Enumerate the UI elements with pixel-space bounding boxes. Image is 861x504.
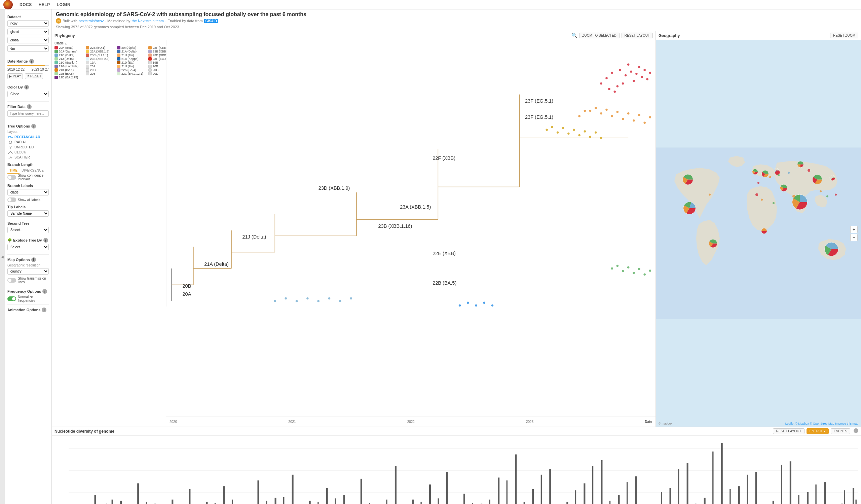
legend-item-label: 21C (Epsilon) [59, 61, 77, 64]
play-reset-controls: ▶ PLAY ↺ RESET [8, 73, 49, 79]
entropy-tab-btn[interactable]: ENTROPY [807, 428, 829, 434]
svg-rect-183 [112, 500, 113, 504]
reset-button[interactable]: ↺ RESET [25, 73, 43, 79]
date-label-2023: 2023 [526, 420, 533, 424]
svg-point-52 [600, 82, 602, 84]
zoom-to-selected-btn[interactable]: ZOOM TO SELECTED [579, 33, 619, 38]
divergence-tab[interactable]: DIVERGENCE [19, 168, 46, 174]
legend-item-label: 21H (Mu) [121, 65, 134, 68]
clock-icon [8, 151, 13, 154]
legend-color-swatch [148, 65, 152, 68]
show-all-labels-toggle[interactable] [8, 197, 16, 202]
diversity-info-icon[interactable]: i [853, 428, 858, 433]
reset-zoom-btn[interactable]: RESET ZOOM [830, 33, 858, 38]
filter-info-icon[interactable]: i [27, 104, 32, 109]
normalize-toggle[interactable] [8, 296, 16, 301]
geo-resolution-select[interactable]: country [8, 268, 49, 274]
layout-scatter-btn[interactable]: SCATTER [8, 155, 49, 160]
nextstrain-team-link[interactable]: the Nextstrain team [132, 19, 164, 23]
svg-rect-159 [498, 477, 500, 504]
layout-clock-btn[interactable]: CLOCK [8, 150, 49, 155]
svg-point-0 [9, 141, 12, 144]
legend-item-label: 22D (BA.2.75) [59, 76, 78, 79]
date-range-label: Date Range [8, 59, 28, 63]
dataset-select-1[interactable]: ncov [8, 20, 49, 27]
svg-point-86 [643, 274, 645, 275]
date-to: 2023-10-27 [32, 68, 49, 71]
svg-point-92 [317, 300, 319, 302]
svg-rect-224 [815, 485, 816, 504]
color-by-info-icon[interactable]: i [24, 85, 29, 90]
branch-labels-select[interactable]: clade [8, 189, 49, 195]
legend-item-label: 22F (XBB) [153, 46, 167, 50]
tip-labels-section: Tip Labels [8, 205, 49, 209]
svg-point-41 [630, 71, 632, 73]
geo-resolution-label: Geographic resolution [8, 263, 49, 267]
tree-options-info-icon[interactable]: i [31, 124, 36, 128]
filter-input[interactable] [8, 110, 49, 117]
explode-select[interactable]: Select... [8, 244, 49, 250]
divider-2 [8, 82, 49, 82]
layout-radial-btn[interactable]: RADIAL [8, 140, 49, 145]
second-tree-select[interactable]: Select... [8, 227, 49, 233]
confidence-toggle[interactable] [8, 175, 16, 180]
svg-point-118 [778, 174, 780, 176]
map-info-icon[interactable]: i [31, 257, 36, 262]
svg-rect-199 [386, 500, 387, 504]
svg-text:N: N [57, 19, 60, 23]
search-icon: 🔍 [571, 33, 577, 38]
world-map[interactable]: + − © mapbox Leaflet © Mapbox © OpenStre… [656, 40, 861, 427]
login-link[interactable]: LOGIN [57, 2, 71, 7]
transmission-toggle[interactable] [8, 278, 16, 283]
legend-color-swatch [54, 68, 58, 72]
svg-rect-195 [317, 502, 318, 504]
tip-labels-select[interactable]: Sample Name [8, 210, 49, 217]
explode-info-icon[interactable]: i [43, 238, 48, 243]
svg-text:20B: 20B [183, 283, 191, 289]
svg-point-45 [643, 69, 645, 71]
svg-rect-155 [429, 485, 431, 504]
zoom-in-btn[interactable]: + [850, 226, 858, 233]
help-link[interactable]: HELP [39, 2, 50, 7]
legend-color-swatch [86, 65, 89, 68]
clade-legend-title: Clade ▲ [54, 41, 177, 45]
date-range-section: Date Range i [8, 59, 49, 64]
second-tree-section: Second Tree [8, 221, 49, 226]
legend-item: 19A [86, 61, 114, 64]
date-range-info-icon[interactable]: i [29, 59, 34, 64]
layout-rectangular-btn[interactable]: RECTANGULAR [8, 135, 49, 140]
reset-layout-btn[interactable]: RESET LAYOUT [621, 33, 653, 38]
legend-item-label: 23A (XBB.1.5) [90, 50, 109, 53]
svg-rect-193 [283, 497, 284, 504]
svg-point-127 [792, 195, 795, 198]
svg-rect-150 [343, 495, 345, 504]
legend-item-label: 20H (Beta) [59, 46, 74, 50]
frequency-info-icon[interactable]: i [42, 289, 47, 294]
layout-unrooted-btn[interactable]: UNROOTED [8, 145, 49, 150]
events-tab-btn[interactable]: EVENTS [831, 428, 850, 434]
play-button[interactable]: ▶ PLAY [8, 73, 23, 79]
nextstrain-ncov-link[interactable]: nextstrain/ncov [79, 19, 104, 23]
svg-rect-223 [798, 495, 799, 504]
docs-link[interactable]: DOCS [19, 2, 32, 7]
animation-info-icon[interactable]: i [42, 308, 46, 312]
dataset-select-2[interactable]: gisaid [8, 29, 49, 35]
svg-rect-177 [807, 492, 808, 504]
legend-color-swatch [86, 72, 89, 76]
color-by-select[interactable]: Clade [8, 91, 49, 97]
dataset-select-3[interactable]: global [8, 37, 49, 43]
time-tab[interactable]: TIME [8, 168, 19, 174]
svg-rect-205 [489, 500, 490, 504]
legend-color-swatch [117, 65, 120, 68]
svg-point-69 [546, 129, 548, 131]
date-slider[interactable] [8, 65, 49, 66]
dataset-select-4[interactable]: 6m [8, 45, 49, 52]
diversity-reset-layout-btn[interactable]: RESET LAYOUT [773, 428, 804, 434]
zoom-out-btn[interactable]: − [850, 234, 858, 241]
svg-point-55 [589, 110, 591, 112]
sidebar-toggle[interactable]: ◀ [0, 10, 5, 504]
legend-item-label: 21D (Eta) [121, 61, 135, 64]
reset-label: RESET [30, 74, 41, 78]
svg-rect-222 [781, 465, 782, 504]
legend-item-label: 21K (BA.1) [59, 68, 74, 72]
